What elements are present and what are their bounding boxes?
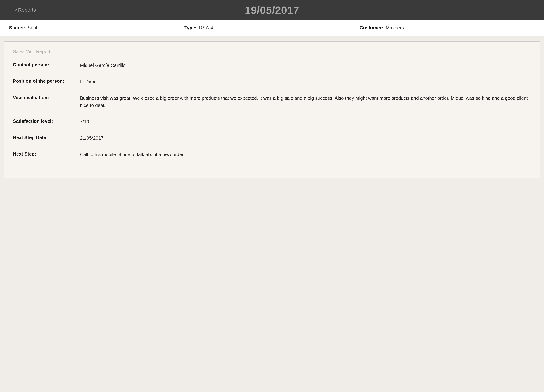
report-section-title: Sales Visit Report <box>13 49 531 54</box>
field-position: Position of the person: IT Director <box>13 78 531 85</box>
app-header: ‹ Reports 19/05/2017 <box>0 0 544 20</box>
customer-label: Customer: <box>360 25 383 31</box>
satisfaction-value: 7/10 <box>80 118 531 125</box>
back-label: Reports <box>18 7 36 13</box>
contact-person-label: Contact person: <box>13 62 80 68</box>
field-next-step-date: Next Step Date: 21/05/2017 <box>13 134 531 142</box>
report-card: Sales Visit Report Contact person: Mique… <box>4 41 540 178</box>
header-left: ‹ Reports <box>6 7 36 13</box>
next-step-date-value: 21/05/2017 <box>80 134 531 142</box>
customer-item: Customer: Maxpers <box>360 25 535 31</box>
field-visit-evaluation: Visit evaluation: Business visit was gre… <box>13 95 531 109</box>
next-step-value: Call to his mobile phone to talk about a… <box>80 151 531 158</box>
visit-evaluation-label: Visit evaluation: <box>13 95 80 101</box>
next-step-date-label: Next Step Date: <box>13 134 80 140</box>
contact-person-value: Miquel García Carrillo <box>80 62 531 69</box>
main-content: Sales Visit Report Contact person: Mique… <box>0 36 544 184</box>
back-navigation[interactable]: ‹ Reports <box>15 7 36 13</box>
type-label: Type: <box>184 25 197 31</box>
status-item: Status: Sent <box>9 25 184 31</box>
type-value: RSA-4 <box>199 25 213 31</box>
page-title: 19/05/2017 <box>245 4 299 16</box>
next-step-label: Next Step: <box>13 151 80 157</box>
type-item: Type: RSA-4 <box>184 25 360 31</box>
customer-value: Maxpers <box>386 25 404 31</box>
satisfaction-label: Satisfaction level: <box>13 118 80 124</box>
position-label: Position of the person: <box>13 78 80 84</box>
menu-icon[interactable] <box>6 8 12 12</box>
field-contact-person: Contact person: Miquel García Carrillo <box>13 62 531 69</box>
status-label: Status: <box>9 25 25 31</box>
field-next-step: Next Step: Call to his mobile phone to t… <box>13 151 531 158</box>
status-value: Sent <box>28 25 37 31</box>
status-bar: Status: Sent Type: RSA-4 Customer: Maxpe… <box>0 20 544 36</box>
field-satisfaction: Satisfaction level: 7/10 <box>13 118 531 125</box>
chevron-left-icon: ‹ <box>15 7 17 13</box>
position-value: IT Director <box>80 78 531 85</box>
visit-evaluation-value: Business visit was great. We closed a bi… <box>80 95 531 109</box>
